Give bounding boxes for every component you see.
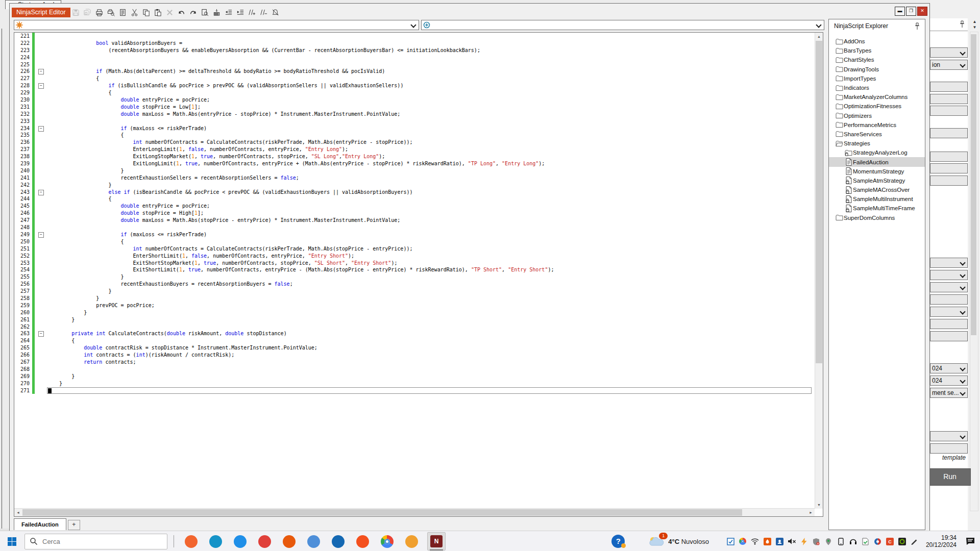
code-line-263[interactable]: 263− private int CalculateContracts(doub… bbox=[14, 330, 815, 337]
code-lines[interactable]: 221222 bool validAbsorptionBuyers =223 (… bbox=[14, 33, 815, 508]
vertical-scrollbar[interactable]: ▲ ▼ bbox=[815, 33, 823, 509]
code-line-229[interactable]: 229 { bbox=[14, 89, 815, 96]
redo-icon[interactable] bbox=[188, 8, 198, 17]
search-input[interactable] bbox=[41, 534, 161, 549]
fold-collapse-icon[interactable]: − bbox=[38, 83, 44, 89]
code-line-267[interactable]: 267 return contracts; bbox=[14, 359, 815, 366]
code-line-262[interactable]: 262 bbox=[14, 323, 815, 331]
horizontal-scrollbar[interactable]: ◄ ► bbox=[14, 508, 815, 516]
nvidia-tray-icon[interactable] bbox=[898, 537, 906, 546]
new-tab-button[interactable]: + bbox=[68, 520, 80, 530]
doc-check-tray-icon[interactable] bbox=[861, 537, 870, 546]
minimize-icon[interactable]: ▬ bbox=[895, 7, 905, 16]
explorer-item-strategies[interactable]: Strategies bbox=[829, 139, 925, 148]
explorer-item-samplemultiinstrument[interactable]: SampleMultiInstrument bbox=[829, 194, 925, 204]
explorer-item-strategyanalyzerlog[interactable]: StrategyAnalyzerLog bbox=[829, 148, 925, 157]
page-setup-icon[interactable] bbox=[118, 8, 127, 17]
analyzer-dropdown-10[interactable] bbox=[930, 270, 968, 280]
explorer-item-addons[interactable]: AddOns bbox=[829, 37, 925, 46]
analyzer-dropdown-16[interactable]: 024 bbox=[930, 363, 968, 373]
code-line-230[interactable]: 230 double entryPrice = pocPrice; bbox=[14, 96, 815, 104]
code-line-232[interactable]: 232 double maxLoss = Math.Abs(entryPrice… bbox=[14, 111, 815, 118]
update-tray-icon[interactable] bbox=[873, 537, 882, 546]
code-line-239[interactable]: 239 ExitLongLimit(1, true, numberOfContr… bbox=[14, 160, 815, 167]
code-line-271[interactable]: 271 bbox=[14, 387, 815, 394]
chrome-taskbar-icon[interactable] bbox=[378, 533, 396, 550]
analyzer-dropdown-9[interactable] bbox=[930, 258, 968, 268]
code-line-233[interactable]: 233 bbox=[14, 118, 815, 125]
analyzer-dropdown-17[interactable]: 024 bbox=[930, 375, 968, 386]
code-line-223[interactable]: 223 (recentAbsorptionBuyers && enableBuy… bbox=[14, 47, 815, 54]
undo-icon[interactable] bbox=[177, 8, 186, 17]
analyzer-dropdown-18[interactable]: ment se... bbox=[930, 388, 968, 398]
analyzer-input-20[interactable] bbox=[930, 443, 968, 454]
code-line-261[interactable]: 261 } bbox=[14, 316, 815, 323]
compile-icon[interactable] bbox=[212, 8, 221, 17]
scroll-up-icon[interactable]: ▲ bbox=[815, 33, 823, 40]
code-line-247[interactable]: 247 double maxLoss = Math.Abs(stopPrice … bbox=[14, 217, 815, 224]
code-line-243[interactable]: 243− else if (isBearishCandle && pocPric… bbox=[14, 189, 815, 196]
explorer-item-performancemetrics[interactable]: PerformanceMetrics bbox=[829, 120, 925, 130]
skype-taskbar-icon[interactable] bbox=[231, 533, 249, 550]
code-line-242[interactable]: 242 } bbox=[14, 182, 815, 189]
explorer-item-chartstyles[interactable]: ChartStyles bbox=[829, 55, 925, 64]
code-line-255[interactable]: 255 } bbox=[14, 273, 815, 281]
code-line-245[interactable]: 245 double entryPrice = pocPrice; bbox=[14, 203, 815, 210]
explorer-item-samplemultitimeframe[interactable]: SampleMultiTimeFrame bbox=[829, 204, 925, 213]
explorer-item-importtypes[interactable]: ImportTypes bbox=[829, 74, 925, 83]
taskbar-search[interactable] bbox=[24, 534, 167, 549]
code-line-237[interactable]: 237 EnterLongLimit(1, false, numberOfCon… bbox=[14, 146, 815, 153]
analyzer-input-2[interactable] bbox=[930, 82, 968, 92]
analyzer-dropdown-13[interactable] bbox=[930, 307, 968, 317]
chrome-tray-icon[interactable] bbox=[739, 537, 747, 546]
analyzer-input-3[interactable] bbox=[930, 94, 968, 104]
power-tray-icon[interactable] bbox=[800, 537, 808, 546]
sliver-scrollbar[interactable] bbox=[970, 32, 978, 511]
fold-collapse-icon[interactable]: − bbox=[38, 69, 44, 74]
code-line-252[interactable]: 252 EnterShortLimit(1, false, numberOfCo… bbox=[14, 253, 815, 260]
code-line-228[interactable]: 228− if (isBullishCandle && pocPrice > p… bbox=[14, 82, 815, 89]
analyzer-input-4[interactable] bbox=[930, 106, 968, 116]
explorer-item-optimizers[interactable]: Optimizers bbox=[829, 111, 925, 120]
code-line-221[interactable]: 221 bbox=[14, 33, 815, 40]
fold-collapse-icon[interactable]: − bbox=[38, 190, 44, 195]
fold-collapse-icon[interactable]: − bbox=[38, 331, 44, 337]
analyzer-input-6[interactable] bbox=[930, 152, 968, 162]
paste-icon[interactable] bbox=[153, 8, 162, 17]
analyzer-dropdown-19[interactable] bbox=[930, 431, 968, 441]
outlook-taskbar-icon[interactable] bbox=[329, 533, 347, 550]
maximize-icon[interactable]: ❐ bbox=[906, 7, 916, 16]
location-tray-icon[interactable] bbox=[824, 537, 833, 546]
cut-icon[interactable] bbox=[130, 8, 139, 17]
taskbar-clock[interactable]: 19:34 20/12/2024 bbox=[926, 534, 957, 548]
explorer-item-marketanalyzercolumns[interactable]: MarketAnalyzerColumns bbox=[829, 92, 925, 102]
analyzer-dropdown-0[interactable] bbox=[930, 47, 968, 58]
code-line-258[interactable]: 258 } bbox=[14, 295, 815, 302]
code-line-227[interactable]: 227 { bbox=[14, 75, 815, 82]
code-line-264[interactable]: 264 { bbox=[14, 337, 815, 344]
code-line-257[interactable]: 257 } bbox=[14, 288, 815, 295]
scroll-up-icon[interactable]: ▲ bbox=[971, 19, 978, 24]
analyzer-input-7[interactable] bbox=[930, 163, 968, 173]
analyzer-input-15[interactable] bbox=[930, 331, 968, 341]
edge-taskbar-icon[interactable] bbox=[207, 533, 224, 550]
explorer-item-barstypes[interactable]: BarsTypes bbox=[829, 46, 925, 55]
ninjatrader-taskbar-icon[interactable]: N bbox=[427, 532, 446, 550]
ccleaner-tray-icon[interactable]: C bbox=[886, 537, 894, 546]
volume-muted-tray-icon[interactable] bbox=[788, 537, 796, 546]
code-line-256[interactable]: 256 recentExhaustionBuyers = recentAbsor… bbox=[14, 281, 815, 288]
scroll-down-icon[interactable]: ▼ bbox=[971, 24, 978, 30]
sliver-scroll-thumb[interactable] bbox=[971, 34, 976, 335]
explorer-item-indicators[interactable]: Indicators bbox=[829, 83, 925, 92]
phone-tray-icon[interactable] bbox=[837, 537, 845, 546]
code-line-260[interactable]: 260 } bbox=[14, 309, 815, 316]
explorer-item-failedauction[interactable]: FailedAuction bbox=[829, 157, 925, 166]
code-line-224[interactable]: 224 bbox=[14, 54, 815, 61]
code-line-238[interactable]: 238 ExitLongStopMarket(1, true, numberOf… bbox=[14, 153, 815, 160]
code-line-240[interactable]: 240 } bbox=[14, 167, 815, 174]
outdent-icon[interactable] bbox=[224, 8, 233, 17]
analyzer-input-14[interactable] bbox=[930, 319, 968, 329]
explorer-item-sampleatmstrategy[interactable]: SampleAtmStrategy bbox=[829, 176, 925, 185]
explorer-item-shareservices[interactable]: ShareServices bbox=[829, 130, 925, 139]
analyzer-input-5[interactable] bbox=[930, 128, 968, 138]
